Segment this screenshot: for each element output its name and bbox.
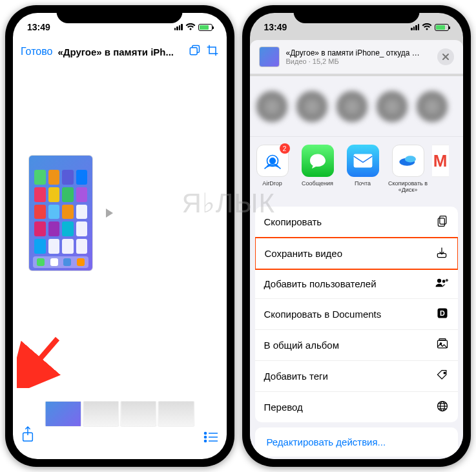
screen-left: 13:49 Готово «Другое» в памяти iPh... <box>13 13 227 459</box>
video-thumbnail <box>28 155 93 271</box>
close-button[interactable] <box>437 48 454 65</box>
status-icons <box>411 23 449 31</box>
action-save-video[interactable]: Сохранить видео <box>255 237 459 270</box>
svg-rect-14 <box>440 216 446 225</box>
contact-avatar[interactable] <box>296 91 327 122</box>
play-icon[interactable] <box>98 203 119 223</box>
battery-icon <box>198 24 212 31</box>
svg-point-3 <box>204 433 206 435</box>
svg-point-17 <box>437 279 441 283</box>
mail-app[interactable]: Почта <box>342 145 384 187</box>
airdrop-contacts-row[interactable] <box>250 76 464 137</box>
add-users-icon <box>435 277 449 291</box>
screen-right: 13:49 «Другое» в памяти iPhone_ откуда б… <box>250 13 464 459</box>
edit-actions-block: Редактировать действия... <box>255 427 459 457</box>
svg-point-13 <box>404 156 415 162</box>
notch <box>293 5 419 23</box>
svg-point-7 <box>204 440 206 442</box>
bottom-toolbar <box>13 401 227 459</box>
contact-avatar[interactable] <box>417 91 448 122</box>
album-icon <box>436 338 449 353</box>
action-label: Сохранить видео <box>265 248 343 259</box>
contact-avatar[interactable] <box>336 91 367 122</box>
action-list: Скопировать Сохранить видео Добавить пол… <box>255 207 459 422</box>
signal-icon <box>411 24 419 30</box>
gmail-app-partial[interactable]: M <box>432 145 449 177</box>
messages-icon <box>302 145 334 177</box>
download-icon <box>435 246 448 261</box>
svg-text:D: D <box>440 309 445 317</box>
share-icon[interactable] <box>21 426 35 446</box>
page-title: «Другое» в памяти iPh... <box>57 46 182 57</box>
app-label: AirDrop <box>262 180 282 187</box>
action-label: Добавить пользователей <box>264 278 377 289</box>
airdrop-app[interactable]: 2 AirDrop <box>251 145 294 187</box>
done-button[interactable]: Готово <box>21 46 52 57</box>
signal-icon <box>174 24 183 30</box>
video-preview[interactable] <box>28 136 119 291</box>
phone-left: 13:49 Готово «Другое» в памяти iPh... <box>5 5 234 467</box>
status-time: 13:49 <box>27 22 50 32</box>
nav-bar: Готово «Другое» в памяти iPh... <box>13 37 227 66</box>
share-top-icon[interactable] <box>188 44 201 60</box>
share-thumbnail <box>259 46 280 67</box>
contact-avatar[interactable] <box>377 91 408 122</box>
action-label: Добавить теги <box>264 371 328 382</box>
list-icon[interactable] <box>203 431 219 446</box>
airdrop-icon: 2 <box>256 145 289 177</box>
action-label: Перевод <box>264 402 303 413</box>
notch <box>57 5 183 23</box>
share-header: «Другое» в памяти iPhone_ откуда б... Ви… <box>250 40 464 74</box>
svg-rect-15 <box>438 218 444 227</box>
svg-point-9 <box>269 158 275 164</box>
svg-rect-11 <box>353 154 372 168</box>
yadisk-icon <box>392 145 424 177</box>
app-label: Почта <box>355 180 371 187</box>
app-label: Скопировать в «Диск» <box>387 180 429 194</box>
status-icons <box>174 23 212 31</box>
share-sheet: 2 AirDrop Сообщения Почта <box>250 76 464 459</box>
airdrop-badge: 2 <box>280 143 290 154</box>
action-copy[interactable]: Скопировать <box>255 207 459 238</box>
share-title-block: «Другое» в памяти iPhone_ откуда б... Ви… <box>286 48 431 65</box>
documents-icon: D <box>436 307 449 322</box>
gmail-icon: M <box>432 145 449 177</box>
globe-icon <box>436 400 449 415</box>
svg-rect-0 <box>190 47 197 54</box>
svg-rect-23 <box>439 339 446 341</box>
action-label: Скопировать <box>264 216 322 227</box>
tag-icon <box>436 369 449 384</box>
action-shared-album[interactable]: В общий альбом <box>255 330 459 361</box>
messages-app[interactable]: Сообщения <box>296 145 339 187</box>
svg-point-5 <box>204 436 206 438</box>
action-add-tags[interactable]: Добавить теги <box>255 361 459 392</box>
wifi-icon <box>422 23 432 31</box>
edit-actions[interactable]: Редактировать действия... <box>255 427 459 457</box>
contact-avatar[interactable] <box>256 91 287 122</box>
wifi-icon <box>185 23 196 31</box>
action-label: В общий альбом <box>264 340 340 351</box>
battery-icon <box>435 24 449 31</box>
status-time: 13:49 <box>264 22 287 32</box>
share-apps-row: 2 AirDrop Сообщения Почта <box>250 137 464 201</box>
action-copy-documents[interactable]: Скопировать в Documents D <box>255 299 459 330</box>
copy-icon <box>436 214 449 229</box>
share-subtitle: Видео · 15,2 МБ <box>286 57 431 65</box>
svg-point-18 <box>442 280 446 283</box>
mail-icon <box>347 145 379 177</box>
action-label: Скопировать в Documents <box>264 309 382 320</box>
app-label: Сообщения <box>302 180 333 187</box>
phone-right: 13:49 «Другое» в памяти iPhone_ откуда б… <box>242 5 471 467</box>
crop-icon[interactable] <box>206 44 219 60</box>
yadisk-app[interactable]: Скопировать в «Диск» <box>387 145 429 194</box>
action-translate[interactable]: Перевод <box>255 392 459 422</box>
svg-point-25 <box>444 372 446 374</box>
action-add-users[interactable]: Добавить пользователей <box>255 269 459 299</box>
svg-line-1 <box>24 339 57 378</box>
red-arrow-annotation <box>17 330 75 388</box>
share-title: «Другое» в памяти iPhone_ откуда б... <box>286 48 422 57</box>
